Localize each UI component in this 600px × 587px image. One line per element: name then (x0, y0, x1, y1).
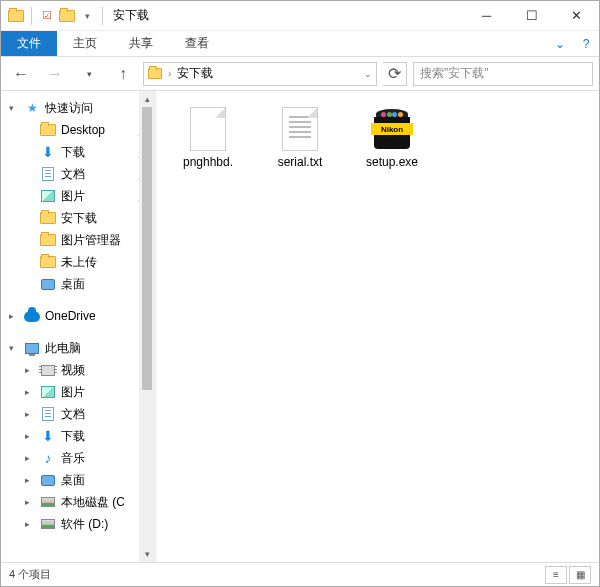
sidebar-item-pc-3[interactable]: ▸⬇下载 (1, 425, 155, 447)
breadcrumb-current[interactable]: 安下载 (177, 65, 213, 82)
search-input[interactable]: 搜索"安下载" (413, 62, 593, 86)
picture-icon (39, 383, 57, 401)
sidebar-this-pc[interactable]: ▾此电脑 (1, 337, 155, 359)
navigation-bar: ← → ▾ ↑ › 安下载 ⌄ ⟳ 搜索"安下载" (1, 57, 599, 91)
window-controls: ─ ☐ ✕ (464, 1, 599, 31)
picture-icon (39, 187, 57, 205)
chevron-icon[interactable]: ▸ (25, 497, 35, 507)
scroll-down-icon[interactable]: ▾ (139, 546, 155, 562)
chevron-icon[interactable]: ▸ (25, 365, 35, 375)
search-placeholder: 搜索"安下载" (420, 65, 489, 82)
folder-icon (148, 68, 162, 79)
sidebar-item-quick-0[interactable]: Desktop📌 (1, 119, 155, 141)
download-icon: ⬇ (39, 427, 57, 445)
sidebar-item-label: 桌面 (61, 276, 85, 293)
sidebar-item-pc-4[interactable]: ▸♪音乐 (1, 447, 155, 469)
tab-home[interactable]: 主页 (57, 31, 113, 56)
qat-dropdown-icon[interactable]: ▾ (78, 7, 96, 25)
tab-file[interactable]: 文件 (1, 31, 57, 56)
sidebar-item-label: 软件 (D:) (61, 516, 108, 533)
sidebar-onedrive[interactable]: ▸OneDrive (1, 305, 155, 327)
body: ▾★快速访问Desktop📌⬇下载📌文档📌图片📌安下载图片管理器未上传桌面▸On… (1, 91, 599, 562)
scroll-thumb[interactable] (142, 107, 152, 390)
sidebar-item-quick-2[interactable]: 文档📌 (1, 163, 155, 185)
sidebar-scrollbar[interactable]: ▴▾ (139, 91, 155, 562)
disk-icon (39, 493, 57, 511)
up-button[interactable]: ↑ (109, 61, 137, 87)
icons-view-button[interactable]: ▦ (569, 566, 591, 584)
quick-access-toolbar: ☑ ▾ (1, 7, 107, 25)
minimize-button[interactable]: ─ (464, 1, 509, 31)
sidebar-quick-access[interactable]: ▾★快速访问 (1, 97, 155, 119)
sidebar-item-quick-5[interactable]: 图片管理器 (1, 229, 155, 251)
file-item[interactable]: Nikonsetup.exe (350, 105, 434, 169)
sidebar-item-quick-1[interactable]: ⬇下载📌 (1, 141, 155, 163)
document-icon (39, 165, 57, 183)
scroll-up-icon[interactable]: ▴ (139, 91, 155, 107)
folder-icon (39, 253, 57, 271)
sidebar-item-label: 图片管理器 (61, 232, 121, 249)
file-label: serial.txt (278, 155, 323, 169)
file-item[interactable]: pnghhbd. (166, 105, 250, 169)
chevron-icon[interactable]: ▸ (25, 431, 35, 441)
pc-icon (23, 339, 41, 357)
sidebar-item-quick-4[interactable]: 安下载 (1, 207, 155, 229)
sidebar-item-pc-6[interactable]: ▸本地磁盘 (C (1, 491, 155, 513)
file-icon-blank (184, 105, 232, 153)
details-view-button[interactable]: ≡ (545, 566, 567, 584)
chevron-icon[interactable]: ▸ (25, 475, 35, 485)
qat-checkbox-icon[interactable]: ☑ (38, 7, 56, 25)
file-item[interactable]: serial.txt (258, 105, 342, 169)
title-bar: ☑ ▾ 安下载 ─ ☐ ✕ (1, 1, 599, 31)
star-icon: ★ (23, 99, 41, 117)
sidebar-item-pc-7[interactable]: ▸软件 (D:) (1, 513, 155, 535)
forward-button[interactable]: → (41, 61, 69, 87)
app-icon (7, 7, 25, 25)
chevron-icon[interactable]: ▸ (25, 519, 35, 529)
tab-share[interactable]: 共享 (113, 31, 169, 56)
chevron-right-icon[interactable]: › (168, 68, 171, 79)
sidebar-item-pc-5[interactable]: ▸桌面 (1, 469, 155, 491)
help-icon[interactable]: ? (573, 31, 599, 56)
navigation-pane: ▾★快速访问Desktop📌⬇下载📌文档📌图片📌安下载图片管理器未上传桌面▸On… (1, 91, 156, 562)
file-label: setup.exe (366, 155, 418, 169)
ribbon-expand-icon[interactable]: ⌄ (547, 31, 573, 56)
sidebar-item-quick-7[interactable]: 桌面 (1, 273, 155, 295)
file-list[interactable]: pnghhbd.serial.txtNikonsetup.exe (156, 91, 599, 562)
chevron-icon[interactable]: ▸ (9, 311, 19, 321)
maximize-button[interactable]: ☐ (509, 1, 554, 31)
file-label: pnghhbd. (183, 155, 233, 169)
chevron-icon[interactable]: ▾ (9, 343, 19, 353)
close-button[interactable]: ✕ (554, 1, 599, 31)
sidebar-item-label: 文档 (61, 406, 85, 423)
recent-locations-icon[interactable]: ▾ (75, 61, 103, 87)
sidebar-item-label: OneDrive (45, 309, 96, 323)
sidebar-item-pc-0[interactable]: ▸视频 (1, 359, 155, 381)
file-icon-text (276, 105, 324, 153)
refresh-button[interactable]: ⟳ (383, 62, 407, 86)
sidebar-item-label: 文档 (61, 166, 85, 183)
back-button[interactable]: ← (7, 61, 35, 87)
sidebar-item-label: 下载 (61, 428, 85, 445)
qat-folder-icon[interactable] (58, 7, 76, 25)
sidebar-item-pc-2[interactable]: ▸文档 (1, 403, 155, 425)
document-icon (39, 405, 57, 423)
address-bar[interactable]: › 安下载 ⌄ (143, 62, 377, 86)
address-dropdown[interactable]: ⌄ (364, 69, 372, 79)
chevron-icon[interactable]: ▸ (25, 387, 35, 397)
folder-icon (39, 231, 57, 249)
sidebar-item-label: 视频 (61, 362, 85, 379)
separator (31, 7, 32, 25)
desktop-icon (39, 275, 57, 293)
chevron-icon[interactable]: ▸ (25, 409, 35, 419)
sidebar-item-quick-6[interactable]: 未上传 (1, 251, 155, 273)
chevron-icon[interactable]: ▸ (25, 453, 35, 463)
chevron-icon[interactable]: ▾ (9, 103, 19, 113)
desktop-icon (39, 471, 57, 489)
tab-view[interactable]: 查看 (169, 31, 225, 56)
sidebar-item-label: 此电脑 (45, 340, 81, 357)
sidebar-item-pc-1[interactable]: ▸图片 (1, 381, 155, 403)
sidebar-item-label: 图片 (61, 384, 85, 401)
sidebar-item-quick-3[interactable]: 图片📌 (1, 185, 155, 207)
onedrive-icon (23, 307, 41, 325)
